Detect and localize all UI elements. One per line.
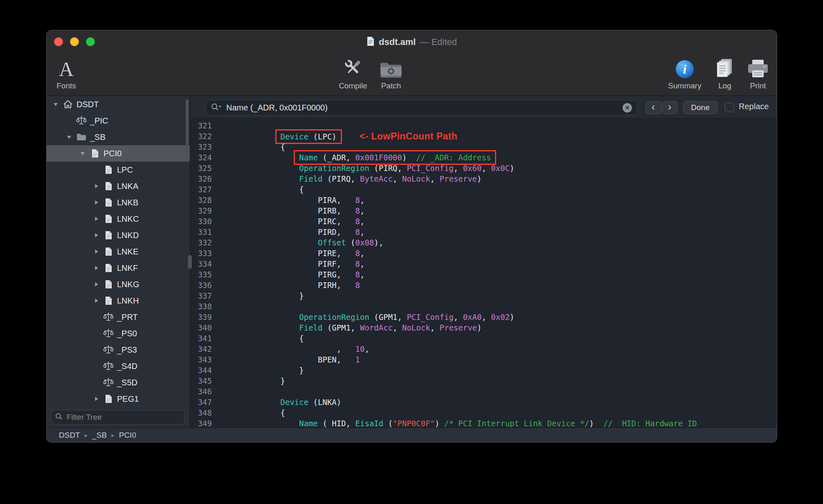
filter-tree-input[interactable]: [66, 412, 180, 422]
tree-item-label: _PS0: [117, 329, 137, 338]
code-line: 333 PIRE, 8,: [191, 248, 777, 259]
search-menu-icon[interactable]: [211, 103, 222, 113]
tree-item-label: LNKG: [117, 280, 139, 289]
tree-item-_s5d[interactable]: _S5D: [47, 374, 190, 391]
disclosure-triangle-icon[interactable]: [90, 281, 102, 287]
scales-icon: [75, 115, 88, 126]
tree-item-label: _PS3: [117, 345, 137, 355]
code-line: 348 {: [191, 407, 777, 418]
tree-item-pci0[interactable]: PCI0: [47, 145, 190, 162]
tree-item-lnke[interactable]: LNKE: [47, 243, 190, 260]
breadcrumb-item-pci0[interactable]: PCI0: [119, 431, 136, 440]
tree-item-_ps3[interactable]: _PS3: [47, 342, 190, 358]
disclosure-triangle-icon[interactable]: [63, 134, 75, 140]
tree-item-_ps0[interactable]: _PS0: [47, 325, 190, 342]
code-line: 347 Device (LNKA): [191, 397, 777, 407]
sidebar-tree: DSDT_PIC_SBPCI0LPCLNKALNKBLNKCLNKDLNKELN…: [47, 96, 190, 407]
device-icon: [88, 148, 101, 159]
tree-item-lnkb[interactable]: LNKB: [47, 194, 190, 211]
tree-item-_s4d[interactable]: _S4D: [47, 358, 190, 374]
disclosure-triangle-icon[interactable]: [90, 200, 102, 205]
code-line: 346: [191, 386, 777, 397]
patch-folder-icon: [379, 55, 403, 79]
breadcrumb-separator-icon: ▸: [85, 432, 88, 439]
tree-item-dsdt[interactable]: DSDT: [47, 96, 190, 112]
printer-icon: [747, 55, 769, 79]
code-line: 324 Name (_ADR, 0x001F0000) // _ADR: Add…: [191, 152, 777, 163]
disclosure-triangle-icon[interactable]: [90, 265, 102, 271]
splitter-handle[interactable]: [187, 254, 192, 269]
line-number: 349: [191, 418, 217, 428]
tree-item-label: LNKD: [117, 231, 139, 240]
line-number: 334: [191, 259, 217, 269]
disclosure-triangle-icon[interactable]: [77, 151, 88, 156]
tree-item-label: _S4D: [117, 362, 137, 371]
line-number: 340: [191, 322, 217, 333]
tree-item-label: DSDT: [76, 100, 99, 109]
disclosure-triangle-icon[interactable]: [90, 249, 102, 254]
line-number: 342: [191, 344, 217, 354]
titlebar: dsdt.aml — Edited: [47, 30, 777, 53]
disclosure-triangle-icon[interactable]: [50, 101, 61, 107]
device-icon: [102, 230, 115, 241]
print-button[interactable]: Print: [733, 55, 777, 90]
window-header: dsdt.aml — Edited A Fonts: [47, 30, 777, 96]
code-line: 344 }: [191, 365, 777, 376]
tree-item-_pic[interactable]: _PIC: [47, 112, 190, 129]
annotation-box: Device (LPC): [275, 129, 342, 144]
disclosure-triangle-icon[interactable]: [90, 232, 102, 238]
tree-item-peg1[interactable]: PEG1: [47, 391, 190, 407]
code-line: 349 Name (_HID, EisaId ("PNP0C0F") /* PC…: [191, 418, 777, 428]
next-match-button[interactable]: ›: [662, 101, 677, 114]
device-icon: [102, 263, 115, 273]
svg-text:i: i: [683, 62, 687, 76]
breadcrumb-item-dsdt[interactable]: DSDT: [59, 431, 80, 440]
device-icon: [102, 394, 115, 404]
disclosure-triangle-icon[interactable]: [90, 183, 102, 189]
title-filename: dsdt.aml: [379, 37, 416, 47]
document-icon: [367, 36, 375, 48]
line-number: 343: [191, 354, 217, 365]
tree-item-_sb[interactable]: _SB: [47, 129, 190, 145]
tree-item-lnka[interactable]: LNKA: [47, 178, 190, 194]
sidebar: DSDT_PIC_SBPCI0LPCLNKALNKBLNKCLNKDLNKELN…: [47, 96, 190, 428]
annotation-callout: <- LowPinCount Path: [360, 131, 458, 142]
code-line: 338: [191, 301, 777, 312]
sidebar-scrollbar[interactable]: [186, 99, 189, 153]
code-line: 322 Device (LPC)<- LowPinCount Path: [191, 131, 777, 142]
replace-checkbox[interactable]: [725, 103, 734, 112]
tree-item-_prt[interactable]: _PRT: [47, 309, 190, 325]
line-number: 328: [191, 195, 217, 205]
code-editor[interactable]: 321322 Device (LPC)<- LowPinCount Path32…: [191, 119, 777, 428]
tree-item-lnkd[interactable]: LNKD: [47, 227, 190, 243]
tree-item-lnkg[interactable]: LNKG: [47, 276, 190, 292]
line-number: 323: [191, 142, 217, 152]
device-icon: [102, 164, 115, 175]
tree-item-lnkc[interactable]: LNKC: [47, 211, 190, 227]
tree-item-label: LNKH: [117, 296, 139, 306]
breadcrumb: DSDT▸_SB▸PCI0: [59, 431, 136, 440]
disclosure-triangle-icon[interactable]: [90, 216, 102, 222]
find-bar: ✕ ‹ › Done Replace: [191, 96, 777, 119]
patch-button[interactable]: Patch: [367, 55, 416, 90]
folder-icon: [75, 132, 88, 142]
clear-search-icon[interactable]: ✕: [623, 103, 632, 112]
line-number: 347: [191, 397, 217, 407]
search-input[interactable]: [225, 103, 619, 113]
tree-item-label: _S5D: [117, 378, 137, 387]
line-number: 336: [191, 280, 217, 290]
code-line: 342 , 10,: [191, 344, 777, 354]
disclosure-triangle-icon[interactable]: [90, 298, 102, 304]
title-edited-status: — Edited: [420, 37, 457, 47]
tree-item-lnkf[interactable]: LNKF: [47, 260, 190, 276]
code-line: 331 PIRD, 8,: [191, 227, 777, 237]
line-number: 344: [191, 365, 217, 376]
fonts-button[interactable]: A Fonts: [46, 55, 91, 90]
breadcrumb-item-_sb[interactable]: _SB: [92, 431, 107, 440]
tree-item-lpc[interactable]: LPC: [47, 162, 190, 178]
disclosure-triangle-icon[interactable]: [90, 396, 102, 402]
search-field: ✕: [205, 100, 637, 115]
tree-item-lnkh[interactable]: LNKH: [47, 292, 190, 309]
previous-match-button[interactable]: ‹: [645, 101, 661, 114]
done-button[interactable]: Done: [683, 101, 717, 114]
